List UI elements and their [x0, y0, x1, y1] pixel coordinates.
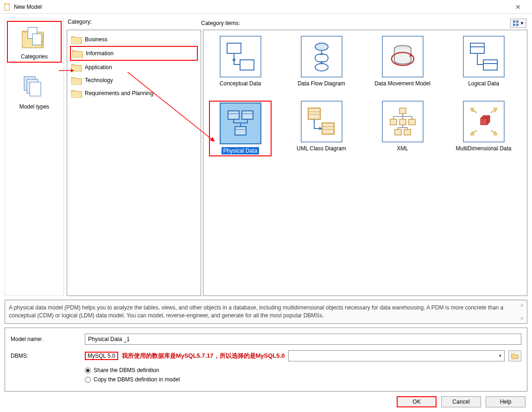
folder-icon [71, 89, 82, 98]
mode-modeltypes-label: Model types [19, 103, 50, 110]
folder-icon [71, 35, 82, 44]
item-xml[interactable]: XML [371, 101, 434, 156]
form-panel: Model name: DBMS: MySQL 5.0 我所使用的数据库是MyS… [5, 328, 527, 392]
item-multidimensional[interactable]: MultiDimensional Data [452, 101, 515, 156]
uml-class-icon [305, 105, 338, 138]
close-button[interactable]: ✕ [507, 0, 528, 14]
tree-item-business[interactable]: Business [70, 33, 198, 46]
svg-rect-32 [322, 123, 334, 134]
svg-rect-38 [409, 119, 415, 125]
mode-panel: Categories Model types [5, 19, 64, 296]
dbms-annotation: 我所使用的数据库是MySQL5.7.17，所以选择的是MySQL5.0 [122, 352, 285, 360]
folder-icon [71, 76, 82, 85]
titlebar: New Model ✕ [0, 0, 532, 14]
mode-model-types[interactable]: Model types [7, 72, 62, 112]
mode-categories-label: Categories [21, 53, 48, 60]
model-name-label: Model name: [11, 336, 85, 342]
browse-dbms-button[interactable] [508, 350, 521, 361]
svg-point-13 [233, 58, 235, 61]
data-movement-icon [386, 40, 419, 73]
svg-rect-11 [227, 43, 241, 53]
multidimensional-icon [468, 105, 500, 138]
scroll-up-button[interactable]: ∧ [519, 302, 525, 309]
svg-rect-25 [242, 111, 253, 119]
item-logical-data[interactable]: Logical Data [452, 36, 515, 87]
svg-rect-9 [513, 24, 515, 26]
document-icon [4, 3, 11, 11]
conceptual-data-icon [224, 40, 257, 73]
svg-rect-7 [513, 20, 515, 23]
item-conceptual-data[interactable]: Conceptual Data [209, 36, 272, 87]
svg-rect-36 [390, 119, 397, 125]
logical-data-icon [468, 40, 500, 73]
description-panel: A physical data model (PDM) helps you to… [5, 300, 527, 324]
description-text: A physical data model (PDM) helps you to… [9, 304, 516, 320]
cancel-button[interactable]: Cancel [441, 396, 481, 407]
items-header: Category items: [201, 20, 240, 26]
svg-rect-37 [399, 119, 406, 125]
svg-rect-10 [516, 24, 519, 26]
radio-icon [85, 367, 91, 373]
window-title: New Model [14, 4, 507, 10]
chevron-down-icon: ▼ [498, 354, 502, 358]
xml-icon [386, 105, 419, 138]
svg-point-14 [315, 43, 328, 51]
item-physical-data[interactable]: Physical Data [209, 101, 272, 156]
svg-rect-6 [30, 82, 41, 96]
folder-open-icon [511, 353, 519, 359]
ok-button[interactable]: OK [397, 396, 437, 407]
scroll-down-button[interactable]: ∨ [519, 315, 525, 322]
items-panel: Conceptual Data Data Flow Diagram Data M… [203, 30, 527, 296]
category-tree: Business Information Application Technol… [67, 30, 201, 296]
svg-rect-8 [516, 20, 519, 23]
svg-rect-35 [399, 108, 406, 114]
svg-point-1 [4, 3, 6, 5]
radio-share-dbms[interactable]: Share the DBMS definition [85, 367, 521, 373]
grid-view-icon [513, 20, 519, 26]
tree-item-information[interactable]: Information [70, 46, 198, 61]
help-button[interactable]: Help [486, 396, 526, 407]
svg-rect-39 [395, 129, 401, 135]
item-data-flow[interactable]: Data Flow Diagram [290, 36, 353, 87]
svg-rect-21 [483, 60, 497, 70]
item-data-movement[interactable]: Data Movement Model [371, 36, 434, 87]
svg-rect-19 [470, 43, 484, 53]
view-toggle[interactable]: ▼ [510, 19, 526, 28]
svg-point-16 [315, 64, 328, 71]
svg-rect-12 [240, 60, 254, 70]
svg-rect-15 [315, 54, 328, 62]
tree-item-application[interactable]: Application [70, 61, 198, 74]
dbms-select[interactable]: ▼ [288, 350, 505, 361]
folder-icon [72, 49, 83, 58]
svg-rect-3 [32, 34, 42, 45]
categories-folder-icon [20, 24, 48, 52]
svg-rect-23 [228, 111, 239, 119]
svg-rect-29 [308, 108, 320, 119]
svg-rect-27 [235, 127, 246, 135]
svg-rect-41 [481, 118, 487, 125]
physical-data-icon [224, 107, 257, 140]
dbms-label: DBMS: [11, 353, 85, 359]
data-flow-icon [305, 40, 338, 73]
radio-icon [85, 377, 91, 383]
dbms-value-highlight: MySQL 5.0 [85, 352, 118, 360]
model-name-input[interactable] [85, 334, 521, 345]
radio-copy-dbms[interactable]: Copy the DBMS definition in model [85, 376, 521, 383]
model-types-icon [20, 74, 48, 102]
folder-icon [71, 63, 82, 72]
tree-item-technology[interactable]: Technology [70, 74, 198, 87]
svg-rect-40 [404, 129, 411, 135]
mode-categories[interactable]: Categories [7, 21, 62, 63]
category-header: Category: [67, 19, 201, 28]
item-uml-class[interactable]: UML Class Diagram [290, 101, 353, 156]
tree-item-requirements[interactable]: Requirements and Planning [70, 87, 198, 100]
